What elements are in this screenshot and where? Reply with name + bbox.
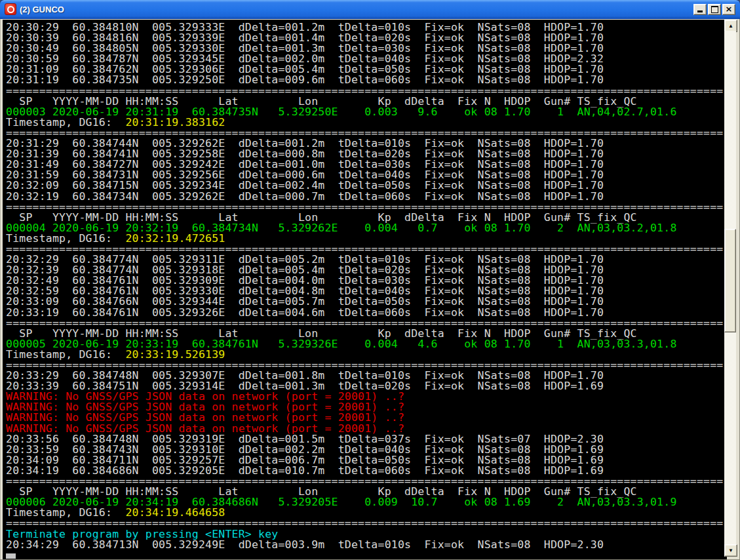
minimize-icon [697,10,703,12]
text-cursor [6,553,16,559]
app-icon [5,3,16,15]
console-viewport[interactable]: 20:30:29 60.384810N 005.329333E dDelta=0… [3,20,727,559]
scrollbar-thumb[interactable] [724,229,736,332]
maximize-button[interactable] [708,4,721,15]
scroll-up-icon: ▲ [728,24,733,29]
close-icon: × [726,6,733,12]
scrollbar-track[interactable] [724,31,736,546]
close-button[interactable]: × [722,4,735,15]
window-title: (2) GUNCO [20,5,693,14]
cursor-row [6,550,727,559]
maximize-icon [711,6,718,13]
gps-row: 20:34:29 60.384713N 005.329249E dDelta=0… [6,540,727,550]
minimize-button[interactable] [693,4,707,15]
console-window: (2) GUNCO × 20:30:29 60.384810N 005.3293… [0,0,740,560]
scroll-down-icon: ▼ [728,548,733,553]
app-icon-ring [7,6,14,13]
scroll-down-button[interactable]: ▼ [724,544,737,557]
vertical-scrollbar[interactable]: ▲ ▼ [724,20,736,557]
window-controls: × [693,4,735,15]
window-body: 20:30:29 60.384810N 005.329333E dDelta=0… [0,18,740,560]
console-output: 20:30:29 60.384810N 005.329333E dDelta=0… [6,22,727,550]
title-bar[interactable]: (2) GUNCO × [0,0,740,18]
